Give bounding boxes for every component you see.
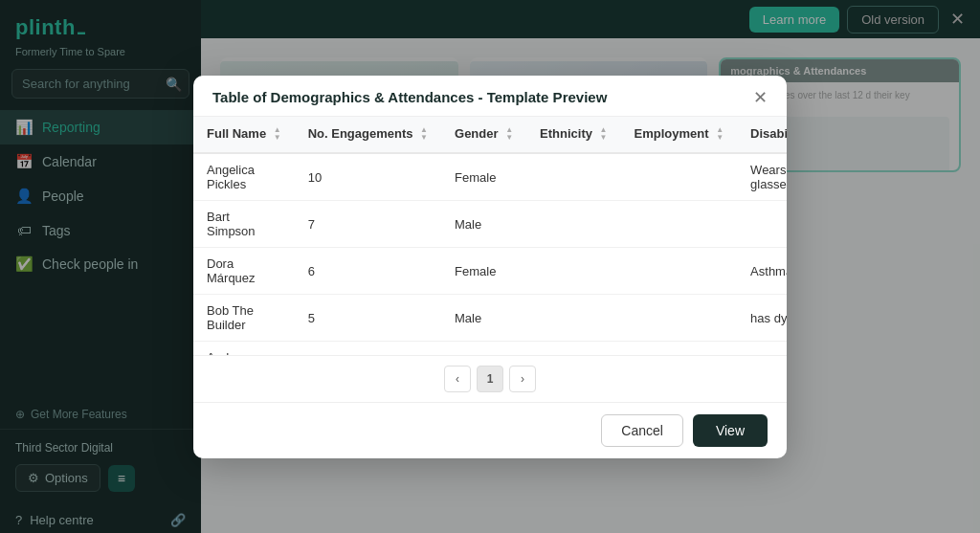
data-table: Full Name ▲▼ No. Engagements ▲▼ Gender ▲… [193,117,787,355]
modal-header: Table of Demographics & Attendances - Te… [193,76,787,117]
cell-ethnicity [526,342,620,355]
cell-gender [441,342,526,355]
cell-no_engagements: 10 [295,153,441,201]
cell-full_name: Andrew Collins [193,342,295,355]
table-row: Bart Simpson7Male [193,201,787,248]
cell-no_engagements: 6 [295,248,441,295]
sort-icons-fullname[interactable]: ▲▼ [274,126,281,144]
col-gender-label: Gender [455,126,499,141]
cell-full_name: Bart Simpson [193,201,295,248]
col-disability-label: Disability [750,126,787,141]
cell-gender: Female [441,153,526,201]
sort-icons-engagements[interactable]: ▲▼ [420,126,428,144]
table-row: Dora Márquez6FemaleAsthma [193,248,787,295]
table-row: Bob The Builder5Malehas dyslexia [193,295,787,342]
cell-employment [621,295,738,342]
page-prev-button[interactable]: ‹ [444,366,471,392]
col-disability: Disability ▲▼ [737,117,787,154]
cell-ethnicity [526,248,620,295]
modal: Table of Demographics & Attendances - Te… [193,76,787,458]
col-employment: Employment ▲▼ [621,117,738,154]
cell-ethnicity [526,201,620,248]
cell-employment [621,342,738,355]
col-employment-label: Employment [635,126,709,141]
cell-full_name: Bob The Builder [193,295,295,342]
table-body: Angelica Pickles10FemaleWears glassesBar… [193,153,787,354]
cell-full_name: Dora Márquez [193,248,295,295]
cell-disability: has dyslexia [737,295,787,342]
cell-gender: Male [441,295,526,342]
modal-overlay: Table of Demographics & Attendances - Te… [0,0,980,533]
col-full-name-label: Full Name [207,126,266,141]
cancel-button[interactable]: Cancel [601,414,683,447]
cell-disability: Asthma [737,248,787,295]
sort-icons-gender[interactable]: ▲▼ [505,126,513,144]
col-ethnicity-label: Ethnicity [540,126,592,141]
table-header-row: Full Name ▲▼ No. Engagements ▲▼ Gender ▲… [193,117,787,154]
page-1-button[interactable]: 1 [477,366,503,392]
cell-no_engagements: 5 [295,295,441,342]
cell-gender: Male [441,201,526,248]
col-full-name: Full Name ▲▼ [193,117,295,154]
col-engagements-label: No. Engagements [308,126,413,141]
modal-close-button[interactable]: ✕ [753,89,768,106]
col-ethnicity: Ethnicity ▲▼ [526,117,620,154]
cell-employment [621,153,738,201]
cell-gender: Female [441,248,526,295]
sort-icons-ethnicity[interactable]: ▲▼ [600,126,608,144]
cell-ethnicity [526,295,620,342]
cell-employment [621,248,738,295]
view-button[interactable]: View [693,414,768,447]
table-row: Andrew Collins4 [193,342,787,355]
modal-pagination: ‹ 1 › [193,355,787,402]
col-engagements: No. Engagements ▲▼ [295,117,441,154]
cell-disability [737,342,787,355]
cell-employment [621,201,738,248]
cell-disability [737,201,787,248]
table-row: Angelica Pickles10FemaleWears glasses [193,153,787,201]
modal-title: Table of Demographics & Attendances - Te… [212,89,607,105]
cell-full_name: Angelica Pickles [193,153,295,201]
sort-icons-employment[interactable]: ▲▼ [716,126,724,144]
page-next-button[interactable]: › [509,366,536,392]
cell-disability: Wears glasses [737,153,787,201]
cell-no_engagements: 7 [295,201,441,248]
cell-ethnicity [526,153,620,201]
col-gender: Gender ▲▼ [441,117,526,154]
cell-no_engagements: 4 [295,342,441,355]
modal-footer: Cancel View [193,402,787,458]
modal-body: Full Name ▲▼ No. Engagements ▲▼ Gender ▲… [193,117,787,355]
